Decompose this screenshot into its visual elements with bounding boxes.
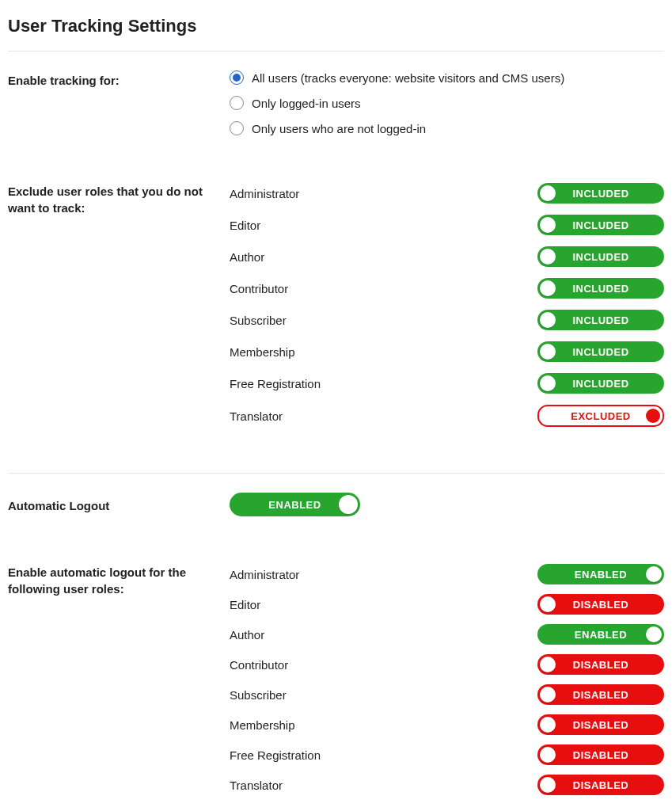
role-name: Membership [230, 718, 295, 732]
toggle-knob [540, 657, 556, 672]
divider [8, 473, 664, 474]
role-row: EditorDISABLED [230, 594, 664, 615]
radio-label: Only logged-in users [252, 97, 361, 110]
toggle-knob [540, 687, 556, 702]
role-name: Contributor [230, 658, 288, 672]
toggle-knob [540, 344, 556, 360]
toggle-text: ENABLED [537, 569, 664, 581]
toggle-text: INCLUDED [537, 283, 664, 295]
radio-label: All users (tracks everyone: website visi… [252, 71, 564, 85]
role-row: TranslatorDISABLED [230, 775, 664, 795]
role-name: Translator [230, 409, 283, 423]
role-row: AuthorINCLUDED [230, 246, 664, 267]
role-toggle[interactable]: INCLUDED [537, 341, 664, 362]
role-row: AdministratorENABLED [230, 564, 664, 584]
toggle-knob [540, 185, 556, 201]
auto-logout-toggle[interactable]: ENABLED [230, 493, 360, 516]
toggle-text: INCLUDED [537, 188, 664, 200]
role-name: Administrator [230, 568, 299, 581]
role-row: AuthorENABLED [230, 624, 664, 645]
toggle-text: DISABLED [537, 599, 664, 611]
toggle-text: INCLUDED [537, 346, 664, 358]
toggle-knob [540, 375, 556, 391]
toggle-text: INCLUDED [537, 314, 664, 326]
role-name: Free Registration [230, 748, 321, 762]
radio-icon [230, 70, 244, 85]
role-name: Editor [230, 219, 260, 232]
toggle-knob [540, 777, 556, 793]
role-name: Subscriber [230, 688, 287, 702]
role-row: SubscriberINCLUDED [230, 310, 664, 330]
role-row: MembershipINCLUDED [230, 341, 664, 362]
radio-option[interactable]: All users (tracks everyone: website visi… [230, 70, 664, 85]
role-name: Contributor [230, 282, 288, 295]
role-toggle[interactable]: INCLUDED [537, 183, 664, 204]
role-row: Free RegistrationINCLUDED [230, 373, 664, 394]
auto-logout-roles-label: Enable automatic logout for the followin… [8, 562, 230, 597]
toggle-text: INCLUDED [537, 378, 664, 390]
role-toggle[interactable]: ENABLED [537, 564, 664, 584]
role-name: Author [230, 628, 264, 642]
role-row: ContributorDISABLED [230, 654, 664, 675]
toggle-knob [646, 409, 660, 423]
exclude-roles-label: Exclude user roles that you do not want … [8, 181, 230, 216]
toggle-text: DISABLED [537, 719, 664, 731]
role-toggle[interactable]: ENABLED [537, 624, 664, 645]
toggle-text: DISABLED [537, 779, 664, 791]
toggle-text: EXCLUDED [539, 410, 663, 422]
radio-icon [230, 96, 244, 110]
role-name: Editor [230, 598, 260, 611]
toggle-text: INCLUDED [537, 219, 664, 231]
role-toggle[interactable]: DISABLED [537, 714, 664, 735]
role-toggle[interactable]: INCLUDED [537, 246, 664, 267]
toggle-knob [646, 566, 662, 582]
exclude-roles-list: AdministratorINCLUDEDEditorINCLUDEDAutho… [230, 181, 664, 427]
role-row: ContributorINCLUDED [230, 278, 664, 299]
role-row: TranslatorEXCLUDED [230, 405, 664, 427]
role-name: Translator [230, 779, 283, 792]
role-name: Author [230, 250, 264, 264]
role-row: AdministratorINCLUDED [230, 183, 664, 204]
role-row: EditorINCLUDED [230, 215, 664, 235]
role-name: Membership [230, 345, 295, 359]
role-toggle[interactable]: EXCLUDED [537, 405, 664, 427]
toggle-knob [540, 217, 556, 233]
auto-logout-roles-row: Enable automatic logout for the followin… [8, 562, 664, 795]
toggle-knob [646, 626, 662, 642]
toggle-knob [540, 280, 556, 296]
radio-icon [230, 121, 244, 135]
toggle-knob [540, 747, 556, 763]
toggle-knob [540, 596, 556, 612]
role-toggle[interactable]: DISABLED [537, 684, 664, 705]
toggle-knob [540, 717, 556, 733]
role-toggle[interactable]: DISABLED [537, 654, 664, 675]
radio-label: Only users who are not logged-in [252, 122, 426, 135]
role-toggle[interactable]: INCLUDED [537, 373, 664, 394]
page-title: User Tracking Settings [8, 16, 664, 36]
toggle-text: DISABLED [537, 689, 664, 701]
toggle-text: DISABLED [537, 749, 664, 761]
role-toggle[interactable]: DISABLED [537, 775, 664, 795]
radio-option[interactable]: Only users who are not logged-in [230, 121, 664, 135]
enable-tracking-radio-group: All users (tracks everyone: website visi… [230, 70, 664, 135]
toggle-text: ENABLED [537, 629, 664, 641]
auto-logout-roles-list: AdministratorENABLEDEditorDISABLEDAuthor… [230, 562, 664, 795]
role-toggle[interactable]: INCLUDED [537, 278, 664, 299]
role-name: Free Registration [230, 377, 321, 390]
divider [8, 51, 664, 51]
role-toggle[interactable]: INCLUDED [537, 215, 664, 235]
radio-option[interactable]: Only logged-in users [230, 96, 664, 110]
role-row: MembershipDISABLED [230, 714, 664, 735]
role-row: Free RegistrationDISABLED [230, 744, 664, 765]
toggle-knob [540, 312, 556, 328]
toggle-knob [540, 249, 556, 265]
auto-logout-row: Automatic Logout ENABLED [8, 493, 664, 516]
role-toggle[interactable]: DISABLED [537, 594, 664, 615]
enable-tracking-label: Enable tracking for: [8, 70, 230, 89]
role-toggle[interactable]: INCLUDED [537, 310, 664, 330]
role-toggle[interactable]: DISABLED [537, 744, 664, 765]
role-name: Administrator [230, 187, 299, 200]
role-row: SubscriberDISABLED [230, 684, 664, 705]
enable-tracking-row: Enable tracking for: All users (tracks e… [8, 70, 664, 135]
toggle-knob [339, 495, 358, 514]
